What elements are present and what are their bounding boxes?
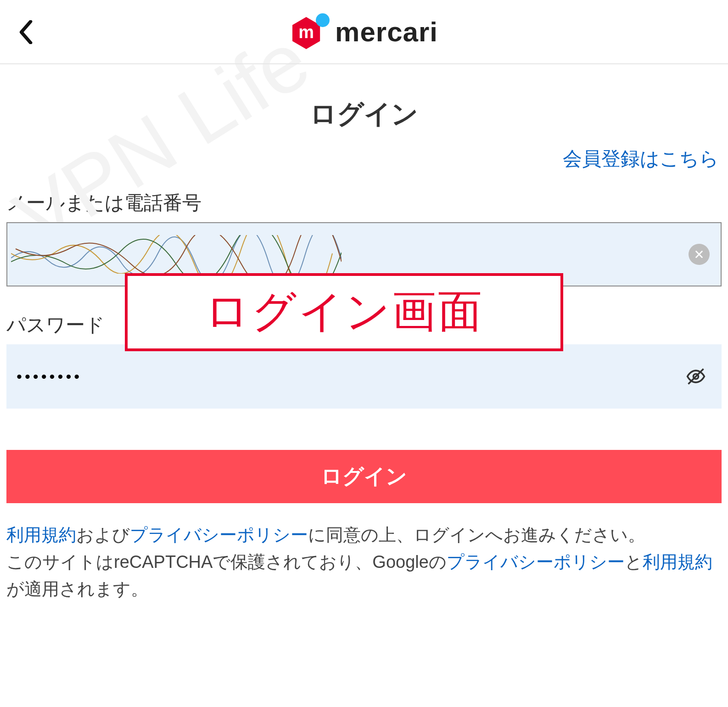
mercari-logo-icon: m — [290, 14, 325, 49]
legal-line2-a: このサイトはreCAPTCHAで保護されており、Googleの — [6, 552, 447, 572]
header: m mercari — [0, 0, 728, 64]
legal-and2: と — [625, 552, 643, 572]
clear-input-button[interactable] — [689, 244, 710, 265]
legal-tail: が適用されます。 — [6, 579, 148, 599]
eye-off-icon — [686, 366, 706, 387]
password-input[interactable] — [6, 344, 722, 409]
legal-text: 利用規約およびプライバシーポリシーに同意の上、ログインへお進みください。 このサ… — [6, 522, 722, 603]
legal-and: および — [76, 525, 130, 544]
tos-link-1[interactable]: 利用規約 — [6, 525, 76, 544]
back-button[interactable] — [13, 18, 40, 46]
page-title: ログイン — [6, 96, 722, 132]
login-form: ログイン 会員登録はこちら メールまたは電話番号 パスワード — [0, 96, 728, 603]
email-input-wrap — [6, 222, 722, 286]
login-button[interactable]: ログイン — [6, 450, 722, 503]
password-input-wrap — [6, 344, 722, 409]
legal-rest-1: に同意の上、ログインへお進みください。 — [308, 525, 645, 544]
close-icon — [694, 249, 704, 259]
password-label: パスワード — [6, 312, 722, 338]
email-label: メールまたは電話番号 — [6, 190, 722, 216]
privacy-link-1[interactable]: プライバシーポリシー — [130, 525, 308, 544]
chevron-left-icon — [18, 20, 35, 44]
logo-letter: m — [298, 22, 314, 42]
tos-link-2[interactable]: 利用規約 — [643, 552, 712, 572]
brand-logo: m mercari — [290, 14, 438, 49]
email-input[interactable] — [6, 222, 722, 286]
register-link[interactable]: 会員登録はこちら — [563, 148, 719, 169]
toggle-password-visibility-button[interactable] — [684, 365, 708, 388]
privacy-link-2[interactable]: プライバシーポリシー — [447, 552, 625, 572]
brand-name: mercari — [335, 16, 438, 48]
register-link-row: 会員登録はこちら — [6, 146, 722, 172]
